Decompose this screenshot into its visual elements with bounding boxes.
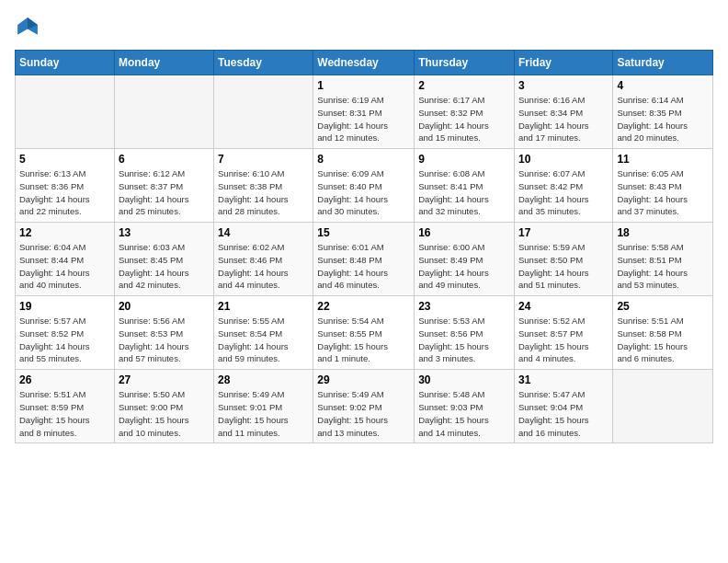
day-info: Sunrise: 5:49 AMSunset: 9:01 PMDaylight:… xyxy=(218,388,309,439)
calendar-cell: 2Sunrise: 6:17 AMSunset: 8:32 PMDaylight… xyxy=(415,75,515,149)
calendar-cell: 19Sunrise: 5:57 AMSunset: 8:52 PMDayligh… xyxy=(16,296,115,370)
day-number: 1 xyxy=(317,79,410,92)
day-number: 2 xyxy=(418,79,510,92)
calendar-cell: 10Sunrise: 6:07 AMSunset: 8:42 PMDayligh… xyxy=(514,149,612,223)
calendar-cell: 16Sunrise: 6:00 AMSunset: 8:49 PMDayligh… xyxy=(415,223,515,296)
day-info: Sunrise: 6:04 AMSunset: 8:44 PMDaylight:… xyxy=(19,241,110,292)
calendar-cell: 23Sunrise: 5:53 AMSunset: 8:56 PMDayligh… xyxy=(415,296,515,370)
day-info: Sunrise: 6:19 AMSunset: 8:31 PMDaylight:… xyxy=(317,94,410,144)
day-number: 13 xyxy=(119,226,210,239)
calendar-cell: 8Sunrise: 6:09 AMSunset: 8:40 PMDaylight… xyxy=(313,149,415,223)
day-number: 4 xyxy=(617,79,709,92)
calendar-cell: 21Sunrise: 5:55 AMSunset: 8:54 PMDayligh… xyxy=(214,296,313,370)
calendar-week-row: 26Sunrise: 5:51 AMSunset: 8:59 PMDayligh… xyxy=(16,370,713,443)
weekday-header-tuesday: Tuesday xyxy=(214,51,313,75)
day-info: Sunrise: 6:09 AMSunset: 8:40 PMDaylight:… xyxy=(317,167,410,218)
day-info: Sunrise: 5:55 AMSunset: 8:54 PMDaylight:… xyxy=(218,315,309,365)
calendar-cell xyxy=(114,75,213,149)
calendar-cell: 11Sunrise: 6:05 AMSunset: 8:43 PMDayligh… xyxy=(613,149,713,223)
day-info: Sunrise: 5:56 AMSunset: 8:53 PMDaylight:… xyxy=(119,315,210,365)
calendar-cell: 15Sunrise: 6:01 AMSunset: 8:48 PMDayligh… xyxy=(313,223,415,296)
weekday-header-friday: Friday xyxy=(514,51,612,75)
day-info: Sunrise: 5:57 AMSunset: 8:52 PMDaylight:… xyxy=(19,315,110,365)
day-number: 22 xyxy=(317,300,410,313)
day-info: Sunrise: 5:52 AMSunset: 8:57 PMDaylight:… xyxy=(518,315,609,365)
day-number: 14 xyxy=(218,226,309,239)
day-info: Sunrise: 6:02 AMSunset: 8:46 PMDaylight:… xyxy=(218,241,309,292)
day-number: 30 xyxy=(418,373,510,386)
day-info: Sunrise: 5:51 AMSunset: 8:59 PMDaylight:… xyxy=(19,388,110,439)
day-info: Sunrise: 6:14 AMSunset: 8:35 PMDaylight:… xyxy=(617,94,709,144)
day-number: 27 xyxy=(119,373,210,386)
calendar-cell xyxy=(214,75,313,149)
calendar-week-row: 5Sunrise: 6:13 AMSunset: 8:36 PMDaylight… xyxy=(16,149,713,223)
calendar-cell: 3Sunrise: 6:16 AMSunset: 8:34 PMDaylight… xyxy=(514,75,612,149)
day-number: 28 xyxy=(218,373,309,386)
day-info: Sunrise: 5:51 AMSunset: 8:58 PMDaylight:… xyxy=(617,315,709,365)
day-info: Sunrise: 5:54 AMSunset: 8:55 PMDaylight:… xyxy=(317,315,410,365)
logo xyxy=(15,15,44,40)
day-info: Sunrise: 6:07 AMSunset: 8:42 PMDaylight:… xyxy=(518,167,609,218)
calendar-cell xyxy=(16,75,115,149)
calendar-table: SundayMondayTuesdayWednesdayThursdayFrid… xyxy=(15,50,713,443)
calendar-cell: 7Sunrise: 6:10 AMSunset: 8:38 PMDaylight… xyxy=(214,149,313,223)
day-number: 21 xyxy=(218,300,309,313)
day-info: Sunrise: 5:48 AMSunset: 9:03 PMDaylight:… xyxy=(418,388,510,439)
calendar-header: SundayMondayTuesdayWednesdayThursdayFrid… xyxy=(16,51,713,75)
calendar-cell: 13Sunrise: 6:03 AMSunset: 8:45 PMDayligh… xyxy=(114,223,213,296)
day-info: Sunrise: 6:17 AMSunset: 8:32 PMDaylight:… xyxy=(418,94,510,144)
day-number: 5 xyxy=(19,153,110,166)
calendar-week-row: 1Sunrise: 6:19 AMSunset: 8:31 PMDaylight… xyxy=(16,75,713,149)
calendar-week-row: 12Sunrise: 6:04 AMSunset: 8:44 PMDayligh… xyxy=(16,223,713,296)
calendar-cell: 29Sunrise: 5:49 AMSunset: 9:02 PMDayligh… xyxy=(313,370,415,443)
day-info: Sunrise: 6:08 AMSunset: 8:41 PMDaylight:… xyxy=(418,167,510,218)
day-number: 3 xyxy=(518,79,609,92)
calendar-cell: 9Sunrise: 6:08 AMSunset: 8:41 PMDaylight… xyxy=(415,149,515,223)
weekday-header-wednesday: Wednesday xyxy=(313,51,415,75)
day-number: 7 xyxy=(218,153,309,166)
calendar-cell: 26Sunrise: 5:51 AMSunset: 8:59 PMDayligh… xyxy=(16,370,115,443)
calendar-cell: 24Sunrise: 5:52 AMSunset: 8:57 PMDayligh… xyxy=(514,296,612,370)
calendar-cell xyxy=(613,370,713,443)
day-number: 29 xyxy=(317,373,410,386)
calendar-cell: 5Sunrise: 6:13 AMSunset: 8:36 PMDaylight… xyxy=(16,149,115,223)
day-number: 6 xyxy=(119,153,210,166)
day-info: Sunrise: 5:58 AMSunset: 8:51 PMDaylight:… xyxy=(617,241,709,292)
weekday-header-saturday: Saturday xyxy=(613,51,713,75)
day-number: 31 xyxy=(518,373,609,386)
weekday-header-thursday: Thursday xyxy=(415,51,515,75)
day-number: 23 xyxy=(418,300,510,313)
calendar-cell: 6Sunrise: 6:12 AMSunset: 8:37 PMDaylight… xyxy=(114,149,213,223)
day-info: Sunrise: 6:00 AMSunset: 8:49 PMDaylight:… xyxy=(418,241,510,292)
calendar-cell: 28Sunrise: 5:49 AMSunset: 9:01 PMDayligh… xyxy=(214,370,313,443)
day-info: Sunrise: 5:50 AMSunset: 9:00 PMDaylight:… xyxy=(119,388,210,439)
day-number: 11 xyxy=(617,153,709,166)
day-number: 12 xyxy=(19,226,110,239)
weekday-header-monday: Monday xyxy=(114,51,213,75)
calendar-cell: 22Sunrise: 5:54 AMSunset: 8:55 PMDayligh… xyxy=(313,296,415,370)
calendar-cell: 20Sunrise: 5:56 AMSunset: 8:53 PMDayligh… xyxy=(114,296,213,370)
day-number: 16 xyxy=(418,226,510,239)
calendar-cell: 12Sunrise: 6:04 AMSunset: 8:44 PMDayligh… xyxy=(16,223,115,296)
day-info: Sunrise: 6:16 AMSunset: 8:34 PMDaylight:… xyxy=(518,94,609,144)
day-info: Sunrise: 5:59 AMSunset: 8:50 PMDaylight:… xyxy=(518,241,609,292)
day-number: 15 xyxy=(317,226,410,239)
page-header xyxy=(15,15,713,40)
day-number: 26 xyxy=(19,373,110,386)
day-info: Sunrise: 5:47 AMSunset: 9:04 PMDaylight:… xyxy=(518,388,609,439)
day-number: 9 xyxy=(418,153,510,166)
calendar-cell: 1Sunrise: 6:19 AMSunset: 8:31 PMDaylight… xyxy=(313,75,415,149)
day-number: 20 xyxy=(119,300,210,313)
weekday-header-sunday: Sunday xyxy=(16,51,115,75)
day-number: 8 xyxy=(317,153,410,166)
weekday-header-row: SundayMondayTuesdayWednesdayThursdayFrid… xyxy=(16,51,713,75)
day-number: 24 xyxy=(518,300,609,313)
day-info: Sunrise: 6:12 AMSunset: 8:37 PMDaylight:… xyxy=(119,167,210,218)
calendar-cell: 18Sunrise: 5:58 AMSunset: 8:51 PMDayligh… xyxy=(613,223,713,296)
calendar-cell: 31Sunrise: 5:47 AMSunset: 9:04 PMDayligh… xyxy=(514,370,612,443)
calendar-cell: 27Sunrise: 5:50 AMSunset: 9:00 PMDayligh… xyxy=(114,370,213,443)
calendar-cell: 4Sunrise: 6:14 AMSunset: 8:35 PMDaylight… xyxy=(613,75,713,149)
calendar-week-row: 19Sunrise: 5:57 AMSunset: 8:52 PMDayligh… xyxy=(16,296,713,370)
calendar-cell: 17Sunrise: 5:59 AMSunset: 8:50 PMDayligh… xyxy=(514,223,612,296)
day-info: Sunrise: 6:05 AMSunset: 8:43 PMDaylight:… xyxy=(617,167,709,218)
